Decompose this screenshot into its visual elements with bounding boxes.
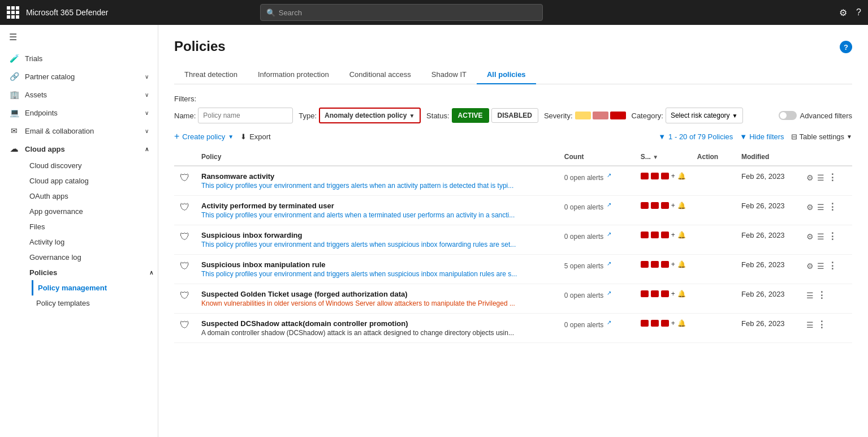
help-icon[interactable]: ?	[856, 7, 861, 18]
severity-high-block[interactable]	[610, 112, 626, 119]
download-icon: ⬇	[240, 132, 247, 141]
bell-icon[interactable]: 🔔	[677, 202, 686, 209]
sidebar-item-cloud-apps[interactable]: ☁ Cloud apps ∧	[0, 140, 158, 158]
filters-section: Filters: Name: Type: Anomaly detection p…	[174, 95, 852, 123]
bell-icon[interactable]: 🔔	[677, 319, 686, 327]
more-button[interactable]: ⋮	[828, 231, 837, 242]
sidebar: ☰ 🧪 Trials 🔗 Partner catalog ∨ 🏢 Assets …	[0, 25, 158, 437]
policy-count: ▼ 1 - 20 of 79 Policies	[658, 132, 733, 141]
tab-information-protection[interactable]: Information protection	[248, 66, 339, 84]
chevron-down-icon: ▼	[409, 113, 414, 119]
export-button[interactable]: ⬇ Export	[240, 132, 271, 141]
bell-icon[interactable]: 🔔	[677, 290, 686, 298]
list-button[interactable]: ☰	[806, 291, 814, 300]
sidebar-item-app-governance[interactable]: App governance	[25, 204, 158, 219]
row-icon-cell: 🛡	[174, 255, 196, 284]
add-icon[interactable]: +	[671, 260, 675, 268]
external-link-icon[interactable]: ↗	[607, 290, 611, 296]
search-container: 🔍	[260, 4, 543, 21]
severity-medium-block[interactable]	[593, 112, 608, 119]
row-action-cell	[692, 166, 736, 196]
status-disabled-button[interactable]: DISABLED	[491, 108, 538, 123]
add-icon[interactable]: +	[671, 290, 675, 298]
tab-all-policies[interactable]: All policies	[477, 66, 536, 84]
list-button[interactable]: ☰	[817, 262, 824, 271]
waffle-icon[interactable]	[7, 6, 19, 19]
main-layout: ☰ 🧪 Trials 🔗 Partner catalog ∨ 🏢 Assets …	[0, 25, 868, 437]
sidebar-item-activity-log[interactable]: Activity log	[25, 234, 158, 250]
external-link-icon[interactable]: ↗	[607, 319, 611, 325]
tab-threat-detection[interactable]: Threat detection	[174, 66, 248, 84]
more-button[interactable]: ⋮	[828, 260, 837, 271]
more-button[interactable]: ⋮	[817, 319, 826, 330]
sidebar-item-files[interactable]: Files	[25, 219, 158, 234]
sidebar-item-policy-templates[interactable]: Policy templates	[32, 295, 158, 311]
tab-shadow-it[interactable]: Shadow IT	[421, 66, 477, 84]
sidebar-item-partner-catalog[interactable]: 🔗 Partner catalog ∨	[0, 67, 158, 85]
sidebar-item-governance-log[interactable]: Governance log	[25, 250, 158, 265]
sidebar-item-policy-management[interactable]: Policy management	[32, 280, 158, 295]
severity-dots[interactable]	[575, 112, 626, 119]
gear-button[interactable]: ⚙	[806, 232, 814, 241]
list-button[interactable]: ☰	[817, 203, 824, 212]
create-policy-button[interactable]: + Create policy ▼	[174, 131, 234, 142]
chevron-down-icon: ∨	[145, 128, 149, 134]
list-button[interactable]: ☰	[817, 232, 824, 241]
bell-icon[interactable]: 🔔	[677, 231, 686, 239]
add-icon[interactable]: +	[671, 172, 675, 180]
category-filter-dropdown[interactable]: Select risk category ▼	[666, 108, 743, 123]
external-link-icon[interactable]: ↗	[607, 172, 611, 178]
col-severity-header[interactable]: S... ▼	[635, 148, 692, 166]
type-filter-dropdown[interactable]: Anomaly detection policy ▼	[319, 108, 421, 123]
table-header: Policy Count S... ▼ Action Modified	[174, 148, 852, 166]
toolbar-right: ▼ 1 - 20 of 79 Policies ▼ Hide filters ⊟…	[658, 132, 852, 141]
chevron-down-icon: ▼	[732, 113, 738, 119]
add-icon[interactable]: +	[671, 231, 675, 239]
bell-icon[interactable]: 🔔	[677, 260, 686, 268]
table-row: 🛡 Suspicious inbox forwarding This polic…	[174, 225, 852, 255]
add-icon[interactable]: +	[671, 319, 675, 327]
chevron-up-icon: ∧	[149, 269, 153, 276]
advanced-filters-toggle[interactable]	[779, 111, 797, 120]
policy-name: Ransomware activity	[201, 172, 553, 181]
sidebar-item-email-collab[interactable]: ✉ Email & collaboration ∨	[0, 122, 158, 140]
policy-desc: A domain controller shadow (DCShadow) at…	[201, 329, 518, 337]
status-active-button[interactable]: ACTIVE	[452, 108, 489, 123]
more-button[interactable]: ⋮	[828, 172, 837, 183]
assets-icon: 🏢	[9, 90, 19, 99]
gear-button[interactable]: ⚙	[806, 203, 814, 212]
col-rowactions-header	[801, 148, 852, 166]
help-circle-button[interactable]: ?	[840, 41, 852, 53]
sidebar-item-cloud-app-catalog[interactable]: Cloud app catalog	[25, 173, 158, 188]
sidebar-item-endpoints[interactable]: 💻 Endpoints ∨	[0, 104, 158, 122]
tab-conditional-access[interactable]: Conditional access	[339, 66, 421, 84]
sev-block-1	[641, 232, 649, 238]
policy-desc: This policy profiles your environment an…	[201, 270, 518, 278]
more-button[interactable]: ⋮	[828, 202, 837, 212]
hide-filters-button[interactable]: ▼ Hide filters	[740, 132, 784, 141]
hamburger-button[interactable]: ☰	[0, 25, 158, 49]
gear-button[interactable]: ⚙	[806, 262, 814, 271]
name-filter-input[interactable]	[198, 108, 293, 123]
sidebar-item-trials[interactable]: 🧪 Trials	[0, 49, 158, 67]
gear-button[interactable]: ⚙	[806, 173, 814, 182]
list-button[interactable]: ☰	[806, 320, 814, 329]
table-settings-button[interactable]: ⊟ Table settings ▼	[791, 132, 852, 141]
policy-desc: This policy profiles your environment an…	[201, 182, 518, 190]
sidebar-item-oauth-apps[interactable]: OAuth apps	[25, 188, 158, 204]
sev-block-1	[641, 290, 649, 297]
external-link-icon[interactable]: ↗	[607, 260, 611, 267]
severity-low-block[interactable]	[575, 112, 591, 119]
bell-icon[interactable]: 🔔	[677, 172, 686, 180]
endpoints-icon: 💻	[9, 108, 19, 117]
external-link-icon[interactable]: ↗	[607, 202, 611, 208]
add-icon[interactable]: +	[671, 202, 675, 209]
list-button[interactable]: ☰	[817, 173, 824, 182]
search-input[interactable]	[279, 8, 537, 17]
sidebar-item-policies-group[interactable]: Policies ∧	[25, 265, 158, 280]
sidebar-item-assets[interactable]: 🏢 Assets ∨	[0, 85, 158, 104]
more-button[interactable]: ⋮	[817, 290, 826, 301]
sidebar-item-cloud-discovery[interactable]: Cloud discovery	[25, 158, 158, 173]
settings-icon[interactable]: ⚙	[839, 7, 847, 18]
external-link-icon[interactable]: ↗	[607, 231, 611, 237]
